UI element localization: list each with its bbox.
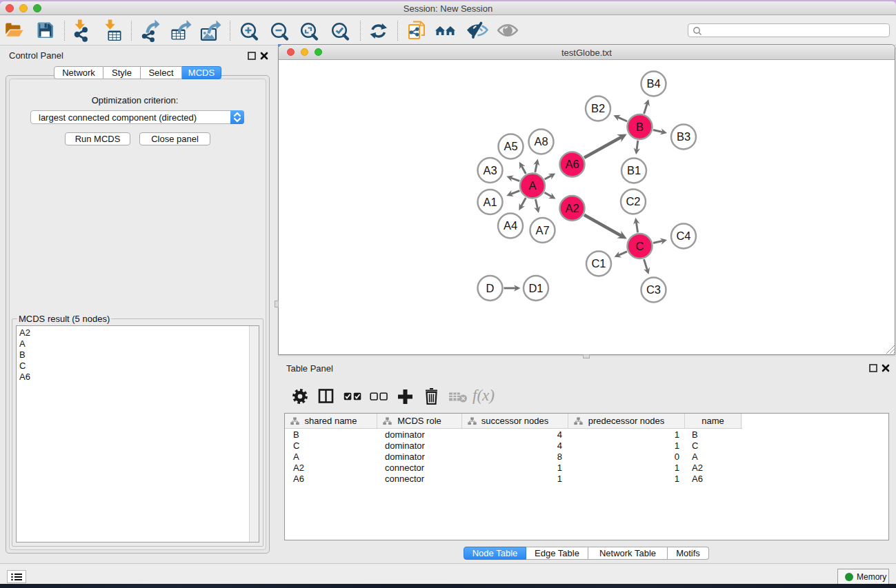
svg-text:A4: A4 — [503, 219, 517, 232]
svg-text:D1: D1 — [528, 282, 543, 294]
svg-text:B2: B2 — [590, 102, 604, 114]
svg-text:A: A — [528, 179, 536, 192]
svg-text:B1: B1 — [626, 164, 640, 176]
svg-text:A2: A2 — [565, 202, 579, 214]
svg-text:B3: B3 — [676, 130, 690, 143]
svg-text:B: B — [635, 121, 643, 133]
svg-text:C4: C4 — [676, 230, 690, 242]
svg-text:B4: B4 — [646, 77, 660, 90]
svg-text:C3: C3 — [646, 283, 660, 296]
svg-text:A6: A6 — [565, 158, 579, 170]
svg-text:A8: A8 — [534, 135, 548, 148]
svg-text:A1: A1 — [483, 196, 497, 208]
svg-text:C2: C2 — [626, 195, 640, 207]
svg-text:D: D — [486, 282, 494, 294]
svg-text:A5: A5 — [504, 140, 517, 152]
svg-text:A7: A7 — [535, 224, 549, 236]
svg-text:C1: C1 — [591, 257, 606, 270]
svg-text:C: C — [635, 240, 644, 252]
svg-text:A3: A3 — [483, 164, 497, 176]
